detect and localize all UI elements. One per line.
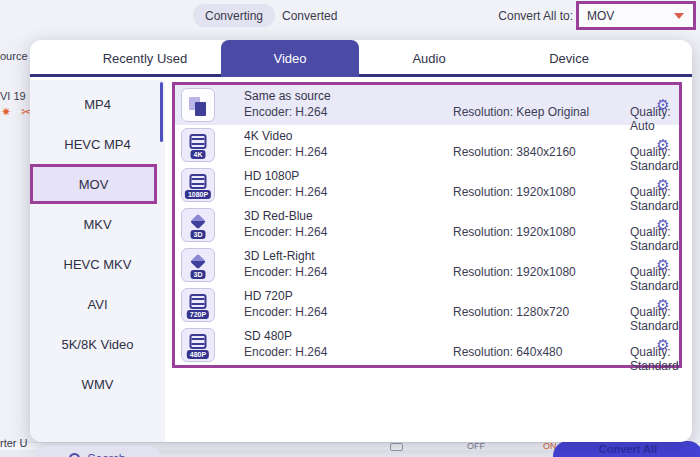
- background-fragment-title: rter U: [0, 437, 28, 449]
- tab-audio[interactable]: Audio: [364, 40, 494, 77]
- sidebar-item-label: MKV: [83, 217, 111, 232]
- sidebar-item-label: WMV: [82, 377, 114, 392]
- format-badge: 3D: [191, 270, 206, 279]
- gear-icon[interactable]: ⚙: [654, 296, 672, 314]
- film-icon: [190, 334, 207, 349]
- film-icon: [190, 294, 207, 309]
- film-icon: [190, 174, 207, 189]
- background-toggle-off: OFF: [467, 441, 485, 451]
- format-row-3d-left-right[interactable]: 3D 3D Left-Right Encoder: H.264 Resoluti…: [175, 245, 679, 285]
- sidebar-item-mkv[interactable]: MKV: [30, 204, 165, 244]
- tab-converted-label: Converted: [282, 9, 337, 23]
- format-title: Same as source: [244, 89, 331, 103]
- background-fragment-file-info: VI 19: [0, 90, 26, 102]
- convert-all-to-label: Convert All to:: [498, 9, 573, 23]
- sidebar-item-mov[interactable]: MOV: [30, 164, 157, 204]
- format-resolution: Resolution: 1920x1080: [453, 225, 576, 239]
- search-button-label: Search: [87, 452, 125, 457]
- format-resolution: Resolution: 1280x720: [453, 305, 569, 319]
- sidebar-item-label: HEVC MP4: [64, 137, 130, 152]
- format-encoder: Encoder: H.264: [244, 185, 327, 199]
- sidebar-item-label: MOV: [79, 177, 109, 192]
- format-resolution: Resolution: 1920x1080: [453, 265, 576, 279]
- format-encoder: Encoder: H.264: [244, 305, 327, 319]
- 3d-red-blue-icon: 3D: [181, 208, 215, 242]
- format-badge: 480P: [187, 350, 209, 359]
- background-fragment-source: ource: [0, 50, 28, 62]
- search-button[interactable]: Search: [34, 446, 161, 457]
- sidebar-item-avi[interactable]: AVI: [30, 284, 165, 324]
- gear-icon[interactable]: ⚙: [654, 176, 672, 194]
- convert-all-button-label: Convert All: [599, 443, 657, 457]
- convert-all-button[interactable]: Convert All: [553, 441, 700, 457]
- format-title: 3D Left-Right: [244, 249, 315, 263]
- sidebar-item-5k8k-video[interactable]: 5K/8K Video: [30, 324, 165, 364]
- tab-device[interactable]: Device: [504, 40, 634, 77]
- format-encoder: Encoder: H.264: [244, 225, 327, 239]
- background-top-bar: Converting Converted Convert All to: MOV: [0, 0, 700, 36]
- format-encoder: Encoder: H.264: [244, 145, 327, 159]
- sidebar-item-label: AVI: [88, 297, 108, 312]
- format-encoder: Encoder: H.264: [244, 105, 327, 119]
- format-badge: 4K: [191, 150, 206, 159]
- format-title: 3D Red-Blue: [244, 209, 313, 223]
- format-badge: 720P: [187, 310, 209, 319]
- sidebar-scrollbar[interactable]: [160, 82, 163, 142]
- sidebar-item-hevc-mkv[interactable]: HEVC MKV: [30, 244, 165, 284]
- format-resolution: Resolution: 1920x1080: [453, 185, 576, 199]
- format-row-4k-video[interactable]: 4K 4K Video Encoder: H.264 Resolution: 3…: [175, 125, 679, 165]
- sidebar-item-label: HEVC MKV: [64, 257, 132, 272]
- tab-video[interactable]: Video: [221, 40, 359, 77]
- tab-converting[interactable]: Converting: [193, 4, 275, 27]
- format-resolution: Resolution: Keep Original: [453, 105, 589, 119]
- sd-480p-icon: 480P: [181, 328, 215, 362]
- edit-star-icon: ✷: [1, 105, 11, 119]
- tab-audio-label: Audio: [412, 51, 445, 66]
- format-row-same-as-source[interactable]: Same as source Encoder: H.264 Resolution…: [175, 85, 679, 125]
- hd-720p-icon: 720P: [181, 288, 215, 322]
- cube-icon: [190, 254, 206, 270]
- gear-icon[interactable]: ⚙: [654, 256, 672, 274]
- sidebar-item-label: 5K/8K Video: [61, 337, 133, 352]
- format-title: HD 720P: [244, 289, 293, 303]
- same-as-source-icon: [181, 88, 215, 122]
- format-resolution: Resolution: 3840x2160: [453, 145, 576, 159]
- search-icon: [69, 453, 80, 457]
- convert-all-to-dropdown[interactable]: MOV: [576, 1, 696, 30]
- gear-icon[interactable]: ⚙: [654, 96, 672, 114]
- gear-icon[interactable]: ⚙: [654, 136, 672, 154]
- format-resolution: Resolution: 640x480: [453, 345, 562, 359]
- format-badge: 3D: [191, 230, 206, 239]
- format-title: HD 1080P: [244, 169, 299, 183]
- 4k-video-icon: 4K: [181, 128, 215, 162]
- gear-icon[interactable]: ⚙: [654, 216, 672, 234]
- format-encoder: Encoder: H.264: [244, 265, 327, 279]
- format-dropdown-value: MOV: [587, 9, 614, 23]
- tab-converted[interactable]: Converted: [282, 9, 337, 23]
- format-picker-panel: Recently Used Video Audio Device MP4 HEV…: [30, 40, 692, 442]
- sidebar-item-wmv[interactable]: WMV: [30, 364, 165, 404]
- format-title: 4K Video: [244, 129, 293, 143]
- format-encoder: Encoder: H.264: [244, 345, 327, 359]
- sidebar-item-hevc-mp4[interactable]: HEVC MP4: [30, 124, 165, 164]
- format-row-sd-480p[interactable]: 480P SD 480P Encoder: H.264 Resolution: …: [175, 325, 679, 365]
- tab-recently-used-label: Recently Used: [103, 51, 188, 66]
- film-icon: [190, 134, 207, 149]
- format-row-hd-720p[interactable]: 720P HD 720P Encoder: H.264 Resolution: …: [175, 285, 679, 325]
- hd-1080p-icon: 1080P: [181, 168, 215, 202]
- background-icon-box: [390, 443, 403, 451]
- format-row-hd-1080p[interactable]: 1080P HD 1080P Encoder: H.264 Resolution…: [175, 165, 679, 205]
- format-list: Same as source Encoder: H.264 Resolution…: [172, 82, 682, 368]
- tab-video-label: Video: [273, 51, 306, 66]
- tab-converting-label: Converting: [205, 9, 263, 23]
- sidebar-item-label: MP4: [84, 97, 111, 112]
- cube-icon: [190, 214, 206, 230]
- tab-recently-used[interactable]: Recently Used: [60, 40, 230, 77]
- chevron-down-icon: [674, 13, 684, 19]
- format-row-3d-red-blue[interactable]: 3D 3D Red-Blue Encoder: H.264 Resolution…: [175, 205, 679, 245]
- format-badge: 1080P: [185, 190, 211, 199]
- sidebar-item-mp4[interactable]: MP4: [30, 84, 165, 124]
- overlap-squares-icon: [189, 97, 207, 116]
- gear-icon[interactable]: ⚙: [654, 336, 672, 354]
- format-title: SD 480P: [244, 329, 292, 343]
